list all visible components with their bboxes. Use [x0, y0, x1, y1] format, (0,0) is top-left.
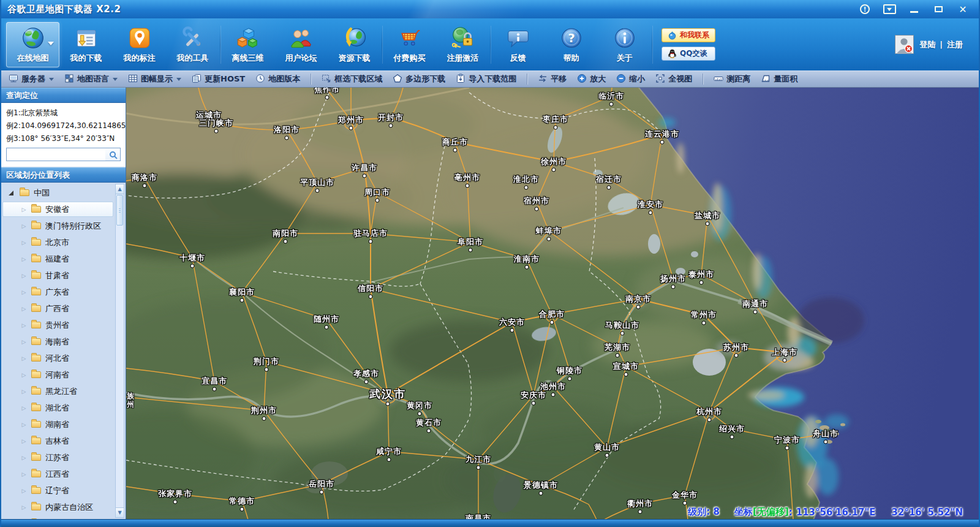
toolbar-button-about[interactable]: 关于	[598, 22, 651, 67]
toolbar-button-offline-3d[interactable]: 离线三维	[221, 22, 274, 67]
toolbar-button-feedback[interactable]: 反馈	[491, 22, 545, 67]
tree-item[interactable]: ▷河北省	[1, 350, 126, 366]
login-link[interactable]: 登陆	[919, 39, 935, 50]
collapsed-arrow-icon[interactable]: ▷	[20, 504, 28, 511]
collapsed-arrow-icon[interactable]: ▷	[20, 338, 28, 346]
tree-item[interactable]: ▷广东省	[1, 284, 126, 300]
pentagon-icon	[393, 74, 402, 85]
tree-item[interactable]: ▷黑龙江省	[1, 383, 126, 400]
qq-chat-button[interactable]: QQ交谈	[662, 47, 715, 61]
collapsed-arrow-icon[interactable]: ▷	[20, 272, 28, 279]
minimize-button[interactable]	[907, 3, 921, 15]
search-input[interactable]	[7, 148, 105, 161]
toolbar-button-user-forum[interactable]: 用户论坛	[274, 22, 328, 67]
collapsed-arrow-icon[interactable]: ▷	[20, 471, 28, 478]
tree-item[interactable]: ▷江西省	[1, 466, 126, 482]
maptool-pan[interactable]: 平移	[538, 74, 567, 85]
maptool-box-select-area[interactable]: 框选下载区域	[322, 74, 382, 85]
city-dot	[466, 184, 470, 188]
expanded-arrow-icon[interactable]	[9, 191, 13, 195]
collapsed-arrow-icon[interactable]: ▷	[20, 421, 28, 428]
maximize-button[interactable]	[931, 3, 946, 15]
maptool-update-host[interactable]: 更新HOST	[192, 74, 245, 85]
collapsed-arrow-icon[interactable]: ▷	[20, 404, 28, 412]
tree-item-label: 贵州省	[45, 320, 69, 331]
collapsed-arrow-icon[interactable]: ▷	[20, 305, 28, 313]
city-label: 舟山市	[813, 428, 839, 439]
avatar[interactable]	[895, 35, 914, 54]
tree-item[interactable]: ▷宁夏省	[1, 515, 126, 519]
tree-item[interactable]: ▷湖北省	[1, 400, 126, 416]
maptool-polygon-download[interactable]: 多边形下载	[393, 74, 445, 85]
tree-item[interactable]: ▷河南省	[1, 366, 126, 383]
collapsed-arrow-icon[interactable]: ▷	[20, 222, 28, 230]
toolbar-button-online-map[interactable]: 在线地图	[6, 22, 59, 67]
city-dot	[649, 211, 653, 215]
tree-item[interactable]: ▷广西省	[1, 300, 126, 317]
collapsed-arrow-icon[interactable]: ▷	[20, 388, 28, 395]
city-label: 铜陵市	[557, 365, 582, 376]
toolbar-button-purchase[interactable]: 付费购买	[383, 22, 436, 67]
tree-item[interactable]: ▷内蒙古自治区	[1, 499, 126, 515]
tree-item[interactable]: ▷北京市	[1, 234, 126, 251]
map-viewport[interactable]: 焦作市运城市三门峡市郑州市开封市洛阳市临沂市枣庄市连云港市商丘市徐州市许昌市商洛…	[126, 88, 979, 519]
tree-item[interactable]: ▷澳门特别行政区	[1, 218, 126, 234]
folder-icon	[31, 355, 41, 362]
toolbar-button-my-tools[interactable]: 我的工具	[166, 22, 219, 67]
collapsed-arrow-icon[interactable]: ▷	[20, 206, 28, 213]
tree-item[interactable]: ▷吉林省	[1, 433, 126, 449]
maptool-import-range[interactable]: 导入下载范围	[456, 74, 516, 85]
toolbar-button-help[interactable]: ?帮助	[545, 22, 598, 67]
search-button[interactable]	[105, 148, 120, 161]
city-label: 南通市	[742, 298, 768, 309]
info-button[interactable]: !	[858, 3, 872, 15]
collapsed-arrow-icon[interactable]: ▷	[20, 239, 28, 246]
collapsed-arrow-icon[interactable]: ▷	[20, 256, 28, 263]
maptool-measure-distance[interactable]: 测距离	[714, 74, 750, 85]
grid9-icon	[128, 74, 138, 85]
maptool-map-display[interactable]: 图幅显示	[128, 74, 181, 85]
city-label: 景德镇市	[524, 480, 558, 491]
collapsed-arrow-icon[interactable]: ▷	[20, 454, 28, 461]
maptool-measure-area[interactable]: 量面积	[761, 74, 797, 85]
toolbar-button-register-activate[interactable]: 注册激活	[436, 22, 489, 67]
collapsed-arrow-icon[interactable]: ▷	[20, 289, 28, 296]
close-button[interactable]: ✕	[956, 3, 970, 15]
collapsed-arrow-icon[interactable]: ▷	[20, 322, 28, 329]
scroll-down-button[interactable]: ▼	[116, 507, 124, 517]
scrollbar-thumb[interactable]	[116, 195, 123, 226]
tree-item[interactable]: ▷辽宁省	[1, 482, 126, 499]
maptool-server[interactable]: 服务器	[9, 74, 54, 85]
folder-icon	[31, 272, 41, 279]
tree-root-item[interactable]: 中国	[1, 184, 126, 201]
tree-item[interactable]: ▷贵州省	[1, 317, 126, 333]
collapsed-arrow-icon[interactable]: ▷	[20, 487, 28, 495]
maptool-zoom-out[interactable]: 缩小	[616, 74, 645, 85]
maptool-full-view[interactable]: 全视图	[655, 74, 692, 85]
register-link[interactable]: 注册	[947, 39, 963, 50]
folder-icon	[31, 504, 41, 510]
collapsed-arrow-icon[interactable]: ▷	[20, 438, 28, 445]
toolbar-button-my-marks[interactable]: 我的标注	[113, 22, 166, 67]
maptool-zoom-in[interactable]: 放大	[577, 74, 606, 85]
maptool-map-version[interactable]: 地图版本	[255, 74, 300, 85]
toolbar-button-resource-download[interactable]: 资源下载	[328, 22, 381, 67]
tree-item[interactable]: ▷湖南省	[1, 416, 126, 433]
tree-item[interactable]: ▷甘肃省	[1, 267, 126, 284]
tray-button[interactable]	[882, 3, 897, 15]
toolbar-button-my-downloads[interactable]: 我的下载	[59, 22, 113, 67]
tree-scrollbar[interactable]: ▲ ▼	[115, 184, 124, 518]
collapsed-arrow-icon[interactable]: ▷	[20, 371, 28, 379]
tree-item[interactable]: ▷江苏省	[1, 449, 126, 466]
scroll-up-button[interactable]: ▲	[116, 184, 124, 194]
city-label: 洛阳市	[274, 124, 300, 135]
contact-me-button[interactable]: 和我联系	[662, 28, 715, 42]
toolbar-button-label: 帮助	[564, 53, 579, 64]
city-label: 蚌埠市	[536, 226, 562, 237]
region-panel-title: 区域划分位置列表	[6, 170, 70, 181]
tree-item[interactable]: ▷安徽省	[1, 201, 126, 218]
tree-item[interactable]: ▷福建省	[1, 251, 126, 267]
maptool-map-language[interactable]: 地图语言	[64, 74, 118, 85]
tree-item[interactable]: ▷海南省	[1, 333, 126, 350]
collapsed-arrow-icon[interactable]: ▷	[20, 355, 28, 362]
